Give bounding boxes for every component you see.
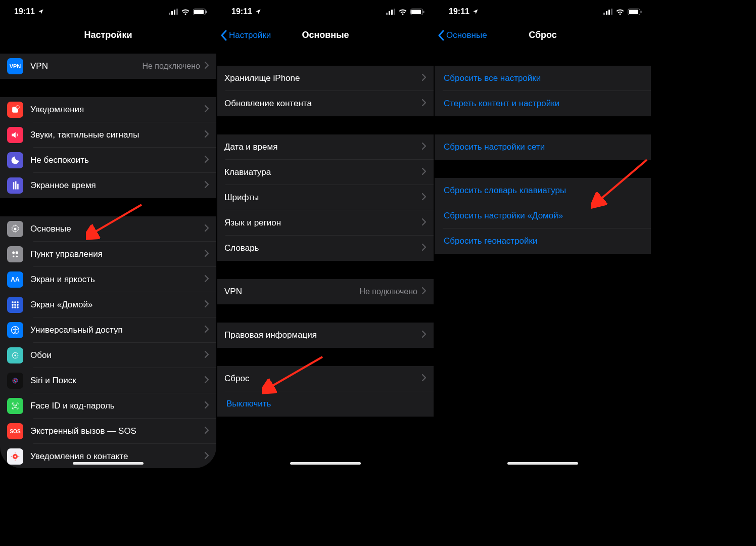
row-erase[interactable]: Стереть контент и настройки	[435, 91, 651, 116]
row-display[interactable]: AA Экран и яркость	[0, 267, 216, 292]
row-reset-network[interactable]: Сбросить настройки сети	[435, 134, 651, 160]
chevron-right-icon	[421, 142, 427, 152]
row-fonts[interactable]: Шрифты	[217, 185, 434, 210]
chevron-left-icon	[438, 30, 444, 41]
row-sounds[interactable]: Звуки, тактильные сигналы	[0, 122, 216, 148]
sos-icon: SOS	[7, 423, 23, 439]
row-legal[interactable]: Правовая информация	[217, 323, 434, 348]
row-label: Шрифты	[224, 193, 421, 203]
siri-icon	[7, 373, 23, 389]
row-label: Обои	[30, 350, 204, 360]
notifications-icon	[7, 102, 23, 118]
battery-icon	[193, 9, 207, 15]
row-general[interactable]: Основные	[0, 216, 216, 242]
row-reset-all[interactable]: Сбросить все настройки	[435, 66, 651, 91]
wifi-icon	[181, 9, 190, 15]
svg-rect-1	[171, 11, 173, 15]
row-language[interactable]: Язык и регион	[217, 210, 434, 236]
svg-rect-17	[12, 301, 13, 303]
home-indicator[interactable]	[507, 462, 578, 465]
row-screentime[interactable]: Экранное время	[0, 173, 216, 198]
chevron-right-icon	[204, 350, 209, 360]
row-label: Сброс	[224, 374, 421, 384]
phone-settings: 19:11 Настройки VPN VPN Не подключено	[0, 0, 216, 468]
chevron-right-icon	[421, 287, 427, 297]
svg-rect-3	[176, 9, 178, 15]
svg-rect-23	[12, 306, 13, 308]
chevron-right-icon	[204, 426, 209, 436]
svg-point-35	[16, 405, 17, 405]
home-indicator[interactable]	[290, 462, 361, 465]
chevron-right-icon	[421, 167, 427, 177]
row-vpn[interactable]: VPN VPN Не подключено	[0, 54, 216, 79]
svg-rect-19	[17, 301, 18, 303]
row-notifications[interactable]: Уведомления	[0, 97, 216, 122]
back-label: Основные	[446, 30, 487, 40]
row-detail: Не подключено	[359, 287, 417, 296]
row-control[interactable]: Пункт управления	[0, 242, 216, 267]
row-label: Siri и Поиск	[30, 376, 204, 386]
back-button[interactable]: Настройки	[220, 23, 271, 47]
svg-point-15	[13, 256, 14, 257]
svg-rect-25	[17, 306, 18, 308]
row-shutdown[interactable]: Выключить	[217, 391, 434, 417]
row-dictionary[interactable]: Словарь	[217, 236, 434, 261]
svg-point-37	[14, 456, 16, 457]
svg-rect-53	[608, 10, 610, 15]
nav-title: Основные	[302, 30, 349, 40]
reset-list: Сбросить все настройки Стереть контент и…	[435, 48, 651, 254]
row-wallpaper[interactable]: Обои	[0, 343, 216, 368]
row-reset-kbdict[interactable]: Сбросить словарь клавиатуры	[435, 178, 651, 203]
row-dnd[interactable]: Не беспокоить	[0, 148, 216, 173]
svg-rect-5	[194, 10, 204, 14]
row-datetime[interactable]: Дата и время	[217, 134, 434, 160]
row-keyboard[interactable]: Клавиатура	[217, 160, 434, 185]
general-list: Хранилище iPhone Обновление контента Дат…	[217, 48, 434, 417]
row-label: Экран «Домой»	[30, 300, 204, 310]
back-button[interactable]: Основные	[438, 23, 487, 47]
location-icon	[472, 9, 479, 15]
row-storage[interactable]: Хранилище iPhone	[217, 66, 434, 91]
shutdown-link: Выключить	[226, 399, 271, 409]
svg-rect-54	[611, 9, 612, 15]
chevron-right-icon	[204, 376, 209, 386]
screentime-icon	[7, 177, 23, 194]
row-reset[interactable]: Сброс	[217, 366, 434, 391]
status-time: 19:11	[231, 7, 252, 16]
row-vpn[interactable]: VPN Не подключено	[217, 279, 434, 304]
row-label: Не беспокоить	[30, 155, 204, 165]
row-bgrefresh[interactable]: Обновление контента	[217, 91, 434, 116]
row-siri[interactable]: Siri и Поиск	[0, 368, 216, 393]
row-accessibility[interactable]: Универсальный доступ	[0, 317, 216, 343]
row-reset-geo[interactable]: Сбросить геонастройки	[435, 229, 651, 254]
svg-rect-11	[17, 184, 18, 190]
link-label: Сбросить настройки «Домой»	[444, 211, 563, 221]
chevron-right-icon	[421, 330, 427, 340]
cellular-icon	[603, 9, 612, 15]
row-reset-home[interactable]: Сбросить настройки «Домой»	[435, 203, 651, 229]
row-faceid[interactable]: Face ID и код-пароль	[0, 393, 216, 419]
row-label: VPN	[224, 287, 359, 297]
chevron-right-icon	[204, 300, 209, 310]
chevron-right-icon	[204, 275, 209, 285]
cellular-icon	[169, 9, 178, 15]
chevron-right-icon	[421, 243, 427, 253]
row-label: Уведомления	[30, 105, 204, 115]
chevron-right-icon	[204, 224, 209, 234]
row-home[interactable]: Экран «Домой»	[0, 292, 216, 317]
exposure-icon	[7, 448, 23, 465]
row-sos[interactable]: SOS Экстренный вызов — SOS	[0, 419, 216, 444]
home-icon	[7, 297, 23, 313]
chevron-right-icon	[204, 105, 209, 115]
location-icon	[38, 9, 44, 15]
row-label: Экстренный вызов — SOS	[30, 426, 204, 436]
svg-rect-6	[206, 11, 207, 13]
svg-rect-10	[15, 181, 17, 190]
chevron-right-icon	[204, 249, 209, 259]
svg-point-13	[12, 251, 15, 254]
status-bar: 19:11	[435, 0, 651, 23]
svg-rect-43	[386, 13, 388, 15]
home-indicator[interactable]	[73, 462, 144, 465]
phone-reset: 19:11 Основные Сброс Сбросить все настро…	[435, 0, 651, 468]
status-bar: 19:11	[217, 0, 434, 23]
